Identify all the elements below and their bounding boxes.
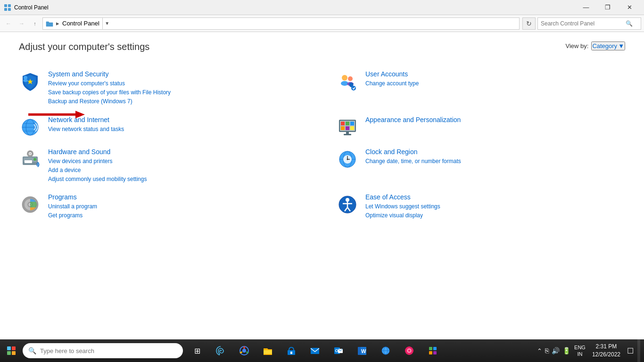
svg-rect-21: [346, 122, 349, 125]
folder-icon: [46, 20, 53, 27]
user-accounts-title[interactable]: User Accounts: [365, 70, 625, 78]
chrome-button[interactable]: [234, 340, 255, 361]
language-code: ENG: [574, 344, 586, 351]
window-title: Control Panel: [14, 4, 49, 11]
hardware-sound-title[interactable]: Hardware and Sound: [48, 148, 308, 156]
svg-rect-59: [290, 352, 292, 354]
photos-button[interactable]: [399, 340, 420, 361]
outlook-button[interactable]: [328, 340, 349, 361]
refresh-button[interactable]: ↻: [522, 17, 536, 30]
file-history-link[interactable]: Save backup copies of your files with Fi…: [48, 88, 308, 97]
svg-point-41: [347, 158, 348, 160]
svg-point-31: [33, 158, 36, 161]
svg-rect-60: [311, 348, 319, 354]
windows-suggest-link[interactable]: Let Windows suggest settings: [365, 202, 625, 211]
tray-battery-icon[interactable]: 🔋: [562, 347, 570, 354]
start-button[interactable]: [0, 339, 23, 362]
network-internet-content: Network and Internet View network status…: [48, 116, 308, 134]
svg-point-8: [342, 75, 347, 81]
svg-rect-20: [341, 122, 345, 125]
svg-point-64: [336, 350, 338, 352]
notification-icon[interactable]: ☐: [627, 346, 634, 355]
category-user-accounts: User Accounts Change account type: [336, 66, 625, 111]
address-dropdown-button[interactable]: ▼: [102, 17, 112, 30]
task-view-button[interactable]: ⊞: [187, 340, 207, 361]
svg-rect-0: [4, 4, 7, 7]
taskbar-search[interactable]: 🔍: [23, 343, 183, 358]
system-security-title[interactable]: System and Security: [48, 70, 308, 78]
extra-app-button[interactable]: [422, 340, 443, 361]
show-desktop-button[interactable]: [637, 339, 640, 362]
visual-display-link[interactable]: Optimize visual display: [365, 211, 625, 220]
system-tray: ⌃ ⎘ 🔊 🔋 ENG IN 2:31 PM 12/26/2022 ☐: [537, 339, 644, 362]
store-button[interactable]: [281, 340, 302, 361]
review-status-link[interactable]: Review your computer's status: [48, 79, 308, 88]
page-header: Adjust your computer's settings View by:…: [19, 41, 625, 52]
svg-rect-25: [350, 126, 354, 130]
appearance-content: Appearance and Personalization: [365, 116, 625, 125]
maximize-button[interactable]: ❐: [597, 0, 619, 15]
category-dropdown[interactable]: Category ▼: [591, 41, 625, 50]
change-account-type-link[interactable]: Change account type: [365, 79, 625, 88]
programs-content: Programs Uninstall a program Get program…: [48, 193, 308, 220]
close-button[interactable]: ✕: [619, 0, 640, 15]
categories-grid: System and Security Review your computer…: [19, 66, 625, 225]
tray-icons: ⌃ ⎘ 🔊 🔋: [537, 347, 570, 354]
date-time-link[interactable]: Change date, time, or number formats: [365, 157, 625, 166]
address-path[interactable]: ▸ Control Panel ▼: [42, 17, 520, 30]
view-network-status-link[interactable]: View network status and tasks: [48, 125, 308, 134]
search-input[interactable]: [541, 20, 626, 27]
network-internet-title[interactable]: Network and Internet: [48, 116, 308, 123]
svg-rect-78: [429, 347, 432, 350]
ease-access-icon: [336, 193, 359, 216]
language-indicator[interactable]: ENG IN: [574, 344, 586, 358]
category-clock-region: Clock and Region Change date, time, or n…: [336, 143, 625, 189]
up-button[interactable]: ↑: [29, 18, 41, 29]
title-bar: Control Panel — ❐ ✕: [0, 0, 644, 15]
forward-button[interactable]: →: [16, 18, 27, 29]
svg-point-73: [408, 350, 410, 352]
tray-network-icon[interactable]: ⎘: [545, 347, 549, 354]
svg-point-54: [242, 349, 246, 353]
hardware-sound-icon: [19, 148, 41, 171]
search-icon: 🔍: [626, 20, 633, 27]
page-title: Adjust your computer's settings: [19, 41, 149, 52]
search-bar[interactable]: 🔍: [537, 17, 641, 30]
clock-region-title[interactable]: Clock and Region: [365, 148, 625, 156]
backup-restore-link[interactable]: Backup and Restore (Windows 7): [48, 97, 308, 106]
edge-button[interactable]: [210, 340, 231, 361]
svg-rect-30: [25, 160, 32, 163]
user-accounts-content: User Accounts Change account type: [365, 70, 625, 88]
taskbar-search-input[interactable]: [40, 347, 172, 354]
appearance-title[interactable]: Appearance and Personalization: [365, 116, 625, 123]
view-devices-link[interactable]: View devices and printers: [48, 157, 308, 166]
language-region: IN: [578, 351, 583, 357]
ie-button[interactable]: [375, 340, 396, 361]
svg-point-48: [346, 198, 349, 202]
view-by-label: View by:: [565, 42, 588, 49]
taskbar-apps: ⊞: [183, 340, 537, 361]
word-button[interactable]: W: [352, 340, 372, 361]
windows-logo-icon: [7, 346, 16, 355]
clock[interactable]: 2:31 PM 12/26/2022: [589, 343, 623, 359]
view-by-section: View by: Category ▼: [565, 41, 625, 50]
svg-marker-5: [75, 111, 85, 118]
svg-text:W: W: [361, 348, 366, 354]
mail-button[interactable]: [305, 340, 325, 361]
svg-point-10: [348, 76, 353, 81]
tray-volume-icon[interactable]: 🔊: [552, 347, 560, 354]
address-text: Control Panel: [62, 20, 99, 27]
clock-date: 12/26/2022: [592, 351, 620, 359]
svg-rect-22: [350, 122, 354, 125]
taskbar: 🔍 ⊞: [0, 339, 644, 362]
add-device-link[interactable]: Add a device: [48, 166, 308, 175]
get-programs-link[interactable]: Get programs: [48, 211, 308, 220]
programs-title[interactable]: Programs: [48, 193, 308, 201]
tray-arrow-icon[interactable]: ⌃: [537, 347, 542, 354]
file-explorer-button[interactable]: [257, 340, 278, 361]
mobility-settings-link[interactable]: Adjust commonly used mobility settings: [48, 175, 308, 184]
uninstall-link[interactable]: Uninstall a program: [48, 202, 308, 211]
back-button[interactable]: ←: [3, 18, 14, 29]
ease-access-title[interactable]: Ease of Access: [365, 193, 625, 201]
minimize-button[interactable]: —: [575, 0, 597, 15]
